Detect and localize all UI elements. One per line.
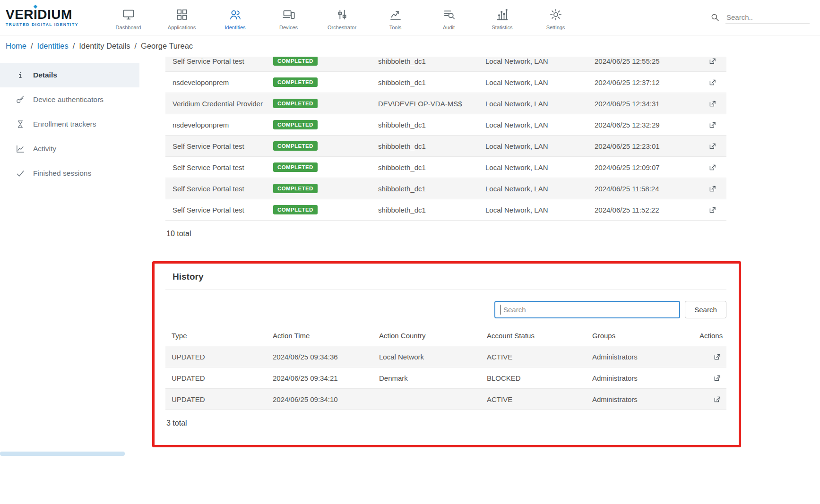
nav-item-settings[interactable]: Settings (529, 5, 582, 30)
statistics-icon (496, 8, 509, 21)
session-name: Self Service Portal test (165, 163, 266, 171)
breadcrumb-separator: / (134, 42, 137, 51)
session-network: Local Network, LAN (478, 185, 587, 193)
activity-chart-icon (16, 144, 25, 154)
applications-icon (175, 8, 189, 21)
text-cursor (500, 305, 501, 315)
session-network: Local Network, LAN (478, 78, 587, 86)
history-account-status: ACTIVE (481, 353, 586, 361)
sidebar-item-enrollment-trackers[interactable]: Enrollment trackers (0, 112, 139, 137)
history-groups: Administrators (586, 353, 693, 361)
session-time: 2024/06/25 12:34:31 (587, 100, 698, 108)
session-row: Self Service Portal test COMPLETED shibb… (165, 199, 726, 221)
session-row: nsdeveloponprem COMPLETED shibboleth_dc1… (165, 114, 726, 136)
session-row: Veridium Credential Provider COMPLETED D… (165, 93, 726, 114)
column-header-type: Type (165, 332, 267, 340)
status-badge: COMPLETED (273, 184, 318, 193)
open-session-icon[interactable] (708, 205, 717, 214)
global-search-input[interactable] (725, 11, 810, 24)
finished-sessions-table: Self Service Portal test COMPLETED shibb… (165, 57, 726, 247)
session-row: Self Service Portal test COMPLETED shibb… (165, 57, 726, 72)
sidebar-item-details[interactable]: Details (0, 63, 139, 87)
column-header-action-country: Action Country (373, 332, 481, 340)
history-action-time: 2024/06/25 09:34:10 (267, 395, 373, 403)
nav-item-dashboard[interactable]: Dashboard (102, 5, 155, 30)
session-server: shibboleth_dc1 (371, 121, 478, 129)
open-session-icon[interactable] (708, 78, 717, 87)
session-row: nsdeveloponprem COMPLETED shibboleth_dc1… (165, 72, 726, 93)
settings-gear-icon (549, 8, 562, 21)
session-name: Veridium Credential Provider (165, 100, 266, 108)
history-row: UPDATED 2024/06/25 09:34:21 Denmark BLOC… (165, 367, 726, 389)
session-time: 2024/06/25 12:32:29 (587, 121, 698, 129)
status-badge: COMPLETED (273, 120, 318, 129)
nav-item-applications[interactable]: Applications (155, 5, 208, 30)
nav-item-statistics[interactable]: Statistics (475, 5, 529, 30)
history-account-status: ACTIVE (481, 395, 586, 403)
breadcrumb-separator: / (73, 42, 75, 51)
sidebar-item-finished-sessions[interactable]: Finished sessions (0, 161, 139, 186)
breadcrumb-home[interactable]: Home (6, 42, 26, 51)
status-badge: COMPLETED (273, 205, 318, 214)
open-history-entry-icon[interactable] (713, 352, 722, 361)
breadcrumb: Home / Identities / Identity Details / G… (0, 35, 820, 57)
info-icon (16, 70, 25, 80)
open-history-entry-icon[interactable] (713, 395, 722, 404)
devices-icon (282, 8, 295, 21)
top-bar: VERIDIUM TRUSTED DIGITAL IDENTITY Dashbo… (0, 0, 820, 35)
tools-icon (389, 8, 402, 21)
open-session-icon[interactable] (708, 142, 717, 151)
session-time: 2024/06/25 11:52:22 (587, 206, 698, 214)
global-search (710, 11, 810, 24)
session-network: Local Network, LAN (478, 163, 587, 171)
orchestrator-icon (336, 8, 349, 21)
session-network: Local Network, LAN (478, 57, 587, 65)
sessions-total-count: 10 total (165, 221, 726, 247)
sidebar-item-label: Activity (33, 145, 56, 153)
session-name: nsdeveloponprem (165, 78, 266, 86)
history-search-bar: Search (165, 301, 726, 318)
horizontal-scrollbar[interactable] (0, 452, 125, 456)
open-session-icon[interactable] (708, 57, 717, 66)
open-session-icon[interactable] (708, 184, 717, 193)
sidebar-item-label: Finished sessions (33, 169, 91, 178)
session-name: nsdeveloponprem (165, 121, 266, 129)
breadcrumb-separator: / (31, 42, 33, 51)
open-session-icon[interactable] (708, 99, 717, 108)
nav-item-orchestrator[interactable]: Orchestrator (315, 5, 369, 30)
history-action-country: Denmark (373, 374, 481, 382)
history-account-status: BLOCKED (481, 374, 586, 382)
history-table-header: Type Action Time Action Country Account … (165, 325, 726, 346)
history-title: History (165, 272, 203, 282)
nav-item-audit[interactable]: Audit (422, 5, 475, 30)
session-time: 2024/06/25 12:37:12 (587, 78, 698, 86)
session-time: 2024/06/25 11:58:24 (587, 185, 698, 193)
history-row: UPDATED 2024/06/25 09:34:10 ACTIVE Admin… (165, 389, 726, 410)
nav-item-devices[interactable]: Devices (262, 5, 315, 30)
open-session-icon[interactable] (708, 163, 717, 172)
identities-icon (229, 8, 242, 21)
history-search-button[interactable]: Search (685, 301, 726, 318)
open-history-entry-icon[interactable] (713, 374, 722, 383)
open-session-icon[interactable] (708, 120, 717, 129)
session-time: 2024/06/25 12:09:07 (587, 163, 698, 171)
column-header-groups: Groups (586, 332, 693, 340)
history-groups: Administrators (586, 395, 693, 403)
nav-item-identities[interactable]: Identities (208, 5, 262, 30)
logo-wordmark: VERIDIUM (6, 8, 93, 21)
session-name: Self Service Portal test (165, 142, 266, 150)
history-search-input[interactable] (494, 301, 680, 318)
sidebar-item-device-authenticators[interactable]: Device authenticators (0, 87, 139, 112)
status-badge: COMPLETED (273, 162, 318, 172)
session-time: 2024/06/25 12:55:25 (587, 57, 698, 65)
breadcrumb-identities[interactable]: Identities (37, 42, 69, 51)
history-action-time: 2024/06/25 09:34:21 (267, 374, 373, 382)
sidebar-item-activity[interactable]: Activity (0, 137, 139, 161)
column-header-action-time: Action Time (267, 332, 373, 340)
hourglass-icon (16, 120, 25, 129)
status-badge: COMPLETED (273, 57, 318, 66)
nav-item-tools[interactable]: Tools (369, 5, 422, 30)
history-row: UPDATED 2024/06/25 09:34:36 Local Networ… (165, 346, 726, 367)
veridium-logo[interactable]: VERIDIUM TRUSTED DIGITAL IDENTITY (6, 8, 93, 27)
column-header-account-status: Account Status (481, 332, 586, 340)
